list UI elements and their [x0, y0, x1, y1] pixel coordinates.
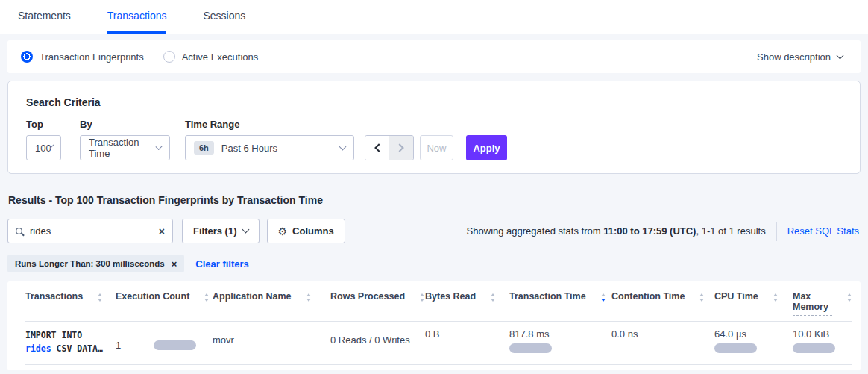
top-label: Top — [26, 119, 61, 130]
sort-icon[interactable] — [699, 293, 704, 302]
time-range-label: Time Range — [185, 119, 354, 130]
show-description-toggle[interactable]: Show description — [757, 52, 843, 63]
chevron-down-icon — [242, 226, 249, 234]
stats-summary: Showing aggregated stats from 11:00 to 1… — [467, 225, 766, 237]
summary-suffix: , 1-1 of 1 results — [696, 225, 765, 237]
time-range-badge: 6h — [194, 141, 214, 155]
by-group: By Transaction Time — [80, 119, 170, 160]
sort-icon-active-desc[interactable] — [601, 293, 606, 302]
time-nav-buttons — [365, 135, 414, 160]
table-header-row: Transactions Execution Count Application… — [25, 281, 852, 322]
max-memory-bar — [793, 343, 835, 353]
apply-button[interactable]: Apply — [466, 135, 507, 160]
sort-icon[interactable] — [98, 293, 102, 302]
sort-icon[interactable] — [773, 293, 778, 302]
search-input[interactable]: rides × — [7, 219, 173, 243]
now-button[interactable]: Now — [420, 135, 453, 160]
transactions-page: Statements Transactions Sessions Transac… — [0, 0, 868, 374]
sort-icon[interactable] — [847, 293, 852, 302]
cell-application-name: movr — [213, 328, 330, 355]
vertical-divider — [776, 222, 777, 241]
criteria-controls: Top 100 By Transaction Time Time Range 6… — [26, 119, 842, 160]
sort-icon[interactable] — [204, 293, 209, 302]
sort-icon[interactable] — [491, 293, 495, 302]
show-description-label: Show description — [757, 52, 831, 63]
transaction-fingerprint-link[interactable]: IMPORT INTO rides CSV DATA… — [25, 328, 116, 355]
time-prev-button[interactable] — [365, 136, 389, 160]
by-label: By — [80, 119, 170, 130]
radio-selected-icon — [21, 51, 33, 63]
cell-cpu-time: 64.0 µs — [714, 328, 793, 355]
view-toggle-bar: Transaction Fingerprints Active Executio… — [7, 40, 861, 73]
execution-count-bar — [154, 340, 196, 350]
column-header-rows-processed[interactable]: Rows Processed — [330, 291, 425, 316]
column-header-execution-count[interactable]: Execution Count — [116, 291, 213, 316]
chevron-right-icon — [395, 143, 403, 152]
time-next-button[interactable] — [389, 136, 413, 160]
column-header-bytes-read[interactable]: Bytes Read — [425, 291, 509, 316]
cell-transaction-time: 817.8 ms — [509, 328, 611, 355]
results-toolbar: rides × Filters (1) ⚙ Columns Showing ag… — [7, 219, 861, 243]
chevron-left-icon — [374, 143, 383, 152]
tab-sessions[interactable]: Sessions — [203, 10, 245, 34]
time-range-group: Time Range 6h Past 6 Hours — [185, 119, 354, 160]
columns-button[interactable]: ⚙ Columns — [267, 219, 345, 243]
column-header-max-memory[interactable]: Max Memory — [793, 291, 852, 316]
results-heading: Results - Top 100 Transaction Fingerprin… — [8, 194, 868, 206]
cell-contention-time: 0.0 ns — [611, 328, 714, 355]
radio-label: Active Executions — [182, 52, 259, 63]
reset-sql-stats-link[interactable]: Reset SQL Stats — [787, 225, 861, 237]
by-select[interactable]: Transaction Time — [80, 135, 170, 160]
sort-icon[interactable] — [306, 293, 311, 302]
cell-bytes-read: 0 B — [425, 328, 509, 355]
search-criteria-card: Search Criteria Top 100 By Transaction T… — [7, 81, 861, 174]
column-header-transaction-time[interactable]: Transaction Time — [509, 291, 611, 316]
active-filters-row: Runs Longer Than: 300 milliseconds × Cle… — [7, 255, 861, 272]
top-group: Top 100 — [26, 119, 61, 160]
cpu-time-bar — [714, 343, 757, 353]
top-select[interactable]: 100 — [26, 135, 61, 160]
chevron-down-icon — [837, 52, 844, 59]
column-header-application-name[interactable]: Application Name — [213, 291, 330, 316]
clear-filters-link[interactable]: Clear filters — [195, 258, 249, 269]
radio-unselected-icon — [163, 51, 175, 63]
time-range-value: Past 6 Hours — [221, 143, 277, 154]
search-match-highlight: rides — [25, 343, 51, 354]
search-criteria-title: Search Criteria — [26, 96, 842, 108]
clear-search-icon[interactable]: × — [159, 226, 165, 237]
filters-label: Filters (1) — [193, 225, 237, 237]
summary-range: 11:00 to 17:59 (UTC) — [603, 225, 696, 237]
results-table: Transactions Execution Count Application… — [7, 281, 861, 370]
page-tabs: Statements Transactions Sessions — [0, 0, 868, 34]
search-value: rides — [30, 225, 159, 237]
transaction-time-bar — [509, 343, 552, 353]
radio-transaction-fingerprints[interactable]: Transaction Fingerprints — [21, 51, 144, 63]
remove-filter-icon[interactable]: × — [172, 259, 177, 269]
sort-icon[interactable] — [420, 293, 424, 302]
column-header-contention-time[interactable]: Contention Time — [611, 291, 714, 316]
filters-button[interactable]: Filters (1) — [182, 219, 260, 243]
tab-statements[interactable]: Statements — [18, 10, 71, 34]
search-icon — [16, 228, 22, 234]
column-header-cpu-time[interactable]: CPU Time — [714, 291, 793, 316]
filter-chip: Runs Longer Than: 300 milliseconds × — [7, 255, 184, 272]
tab-transactions[interactable]: Transactions — [107, 10, 167, 34]
by-value: Transaction Time — [89, 137, 157, 159]
gear-icon: ⚙ — [278, 225, 288, 237]
column-header-transactions[interactable]: Transactions — [25, 291, 116, 316]
cell-max-memory: 10.0 KiB — [793, 328, 852, 355]
summary-prefix: Showing aggregated stats from — [467, 225, 604, 237]
columns-label: Columns — [292, 225, 334, 237]
radio-active-executions[interactable]: Active Executions — [163, 51, 259, 63]
cell-rows-processed: 0 Reads / 0 Writes — [330, 328, 425, 355]
table-row: IMPORT INTO rides CSV DATA… 1 movr 0 Rea… — [25, 322, 852, 365]
chevron-down-icon — [339, 143, 347, 150]
time-range-select[interactable]: 6h Past 6 Hours — [185, 135, 354, 160]
cell-execution-count: 1 — [116, 328, 213, 355]
filter-chip-label: Runs Longer Than: 300 milliseconds — [15, 259, 165, 268]
radio-label: Transaction Fingerprints — [40, 52, 144, 63]
